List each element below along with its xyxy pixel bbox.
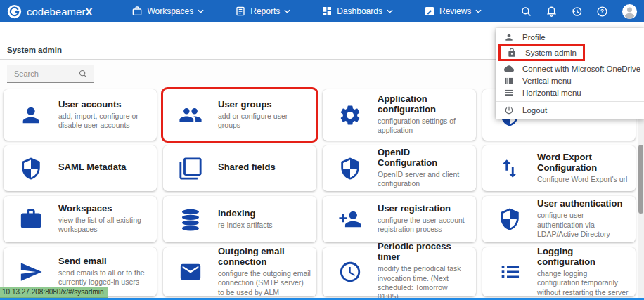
app-logo[interactable]: codebeamerX <box>7 4 92 19</box>
card-user-authentication[interactable]: User authenticationconfigure user authen… <box>482 196 636 242</box>
cloud-icon <box>504 64 514 74</box>
card-title: User accounts <box>58 100 151 110</box>
card-subtitle: re-index artifacts <box>218 221 311 230</box>
menu-reports[interactable]: Reports <box>235 6 290 17</box>
chevron-down-icon <box>284 9 290 13</box>
search-input[interactable] <box>13 69 73 79</box>
list-icon <box>482 260 537 284</box>
search-field[interactable] <box>7 65 94 83</box>
chevron-down-icon <box>198 9 204 13</box>
card-subtitle: configure user authentication via LDAP/A… <box>537 211 630 239</box>
menu-divider <box>496 101 644 102</box>
menu-workspaces[interactable]: Workspaces <box>131 6 204 17</box>
card-title: Periodic process timer <box>378 242 470 263</box>
menu-reports-label: Reports <box>250 6 280 16</box>
card-title: Logging configuration <box>537 247 630 268</box>
search-icon[interactable] <box>520 6 532 18</box>
database-icon <box>163 207 218 231</box>
menu-item-logout[interactable]: Logout <box>496 104 644 116</box>
search-icon[interactable] <box>78 69 88 79</box>
card-subtitle: view the list of all existing workspaces <box>58 216 151 235</box>
briefcase-icon <box>131 6 143 17</box>
card-subtitle: modify the periodical task invocation ti… <box>378 264 470 300</box>
admin-cards-grid: User accountsadd, import, configure or d… <box>4 89 636 296</box>
card-title: User registration <box>378 204 470 214</box>
menu-item-system-admin[interactable]: System admin <box>498 44 585 61</box>
review-icon <box>424 6 435 17</box>
card-indexing[interactable]: Indexingre-index artifacts <box>163 196 316 242</box>
svg-text:?: ? <box>600 8 604 15</box>
card-openid-configuration[interactable]: OpenID ConfigurationOpenID server and cl… <box>323 145 476 191</box>
shield-icon <box>482 207 537 231</box>
card-title: Shared fields <box>218 162 311 173</box>
card-saml-metadata[interactable]: SAML Metadata <box>4 145 157 191</box>
card-title: Outgoing email connection <box>218 247 311 268</box>
dashboard-icon <box>321 6 333 17</box>
shared-fields-icon <box>163 157 218 181</box>
send-icon <box>4 260 58 284</box>
menu-item-label: Connect with Microsoft OneDrive <box>522 65 640 73</box>
power-icon <box>504 105 514 115</box>
card-subtitle: configure the outgoing email connection … <box>218 269 311 297</box>
card-title: User authentication <box>537 199 630 209</box>
card-shared-fields[interactable]: Shared fields <box>163 145 316 191</box>
card-word-export-configuration[interactable]: Word Export ConfigurationConfigure Word … <box>482 145 636 191</box>
lock-icon <box>507 48 517 58</box>
menu-item-label: Vertical menu <box>522 77 572 85</box>
card-subtitle: send emails to all or to the currently l… <box>58 268 151 287</box>
card-title: OpenID Configuration <box>378 148 470 169</box>
card-subtitle: add or configure user groups <box>218 112 311 131</box>
card-title: Word Export Configuration <box>537 152 630 174</box>
vertical-scrollbar[interactable] <box>638 119 644 300</box>
menu-item-label: Profile <box>522 33 546 41</box>
card-logging-configuration[interactable]: Logging configurationchange logging conf… <box>482 247 636 296</box>
person-icon <box>504 32 514 42</box>
vertical-menu-icon <box>504 76 514 86</box>
user-dropdown-menu: Profile System admin Connect with Micros… <box>496 28 644 119</box>
help-icon[interactable]: ? <box>596 6 608 18</box>
card-title: Workspaces <box>58 204 151 214</box>
menu-dashboards-label: Dashboards <box>337 6 382 16</box>
menu-reviews[interactable]: Reviews <box>424 6 482 17</box>
shield-icon <box>4 157 58 181</box>
card-title: Application configuration <box>378 94 470 115</box>
envelope-icon <box>163 260 218 284</box>
card-workspaces[interactable]: Workspacesview the list of all existing … <box>4 196 157 242</box>
menu-item-label: Logout <box>522 106 547 115</box>
chevron-down-icon <box>475 9 482 13</box>
menu-item-connect-onedrive[interactable]: Connect with Microsoft OneDrive <box>496 63 644 74</box>
card-user-groups[interactable]: User groupsadd or configure user groups <box>163 89 316 141</box>
person-add-icon <box>323 207 378 231</box>
card-periodic-process-timer[interactable]: Periodic process timermodify the periodi… <box>323 247 476 296</box>
card-subtitle: add, import, configure or disable user a… <box>58 112 151 131</box>
avatar[interactable] <box>622 4 638 20</box>
menu-item-label: System admin <box>525 48 577 57</box>
menu-item-horizontal-menu[interactable]: Horizontal menu <box>496 86 644 98</box>
menu-dashboards[interactable]: Dashboards <box>321 6 393 17</box>
shield-icon <box>323 157 378 181</box>
card-outgoing-email-connection[interactable]: Outgoing email connectionconfigure the o… <box>163 247 316 296</box>
card-title: SAML Metadata <box>58 162 151 173</box>
scrollbar-thumb[interactable] <box>638 145 643 214</box>
gear-icon <box>323 103 378 127</box>
card-subtitle: change logging configuration temporarily… <box>537 269 630 297</box>
menu-item-profile[interactable]: Profile <box>496 31 644 43</box>
history-icon[interactable] <box>571 6 583 18</box>
card-user-accounts[interactable]: User accountsadd, import, configure or d… <box>4 89 157 141</box>
page-title: System admin <box>7 46 62 54</box>
chevron-down-icon <box>387 9 393 13</box>
navbar-actions: ? <box>520 4 638 20</box>
card-subtitle: configure the user account registration … <box>378 216 470 235</box>
menu-item-vertical-menu[interactable]: Vertical menu <box>496 74 644 86</box>
app-logo-text: codebeamerX <box>27 6 92 18</box>
codebeamer-logo-icon <box>7 4 22 19</box>
card-subtitle: configuration settings of application <box>378 117 470 136</box>
main-menu: Workspaces Reports Dashboards Reviews <box>131 6 482 17</box>
card-user-registration[interactable]: User registrationconfigure the user acco… <box>323 196 476 242</box>
card-application-configuration[interactable]: Application configurationconfiguration s… <box>323 89 476 141</box>
briefcase-icon <box>4 207 58 231</box>
notifications-icon[interactable] <box>546 6 558 18</box>
card-title: Send email <box>58 256 151 267</box>
import-export-icon <box>482 157 537 181</box>
clock-icon <box>323 260 378 284</box>
